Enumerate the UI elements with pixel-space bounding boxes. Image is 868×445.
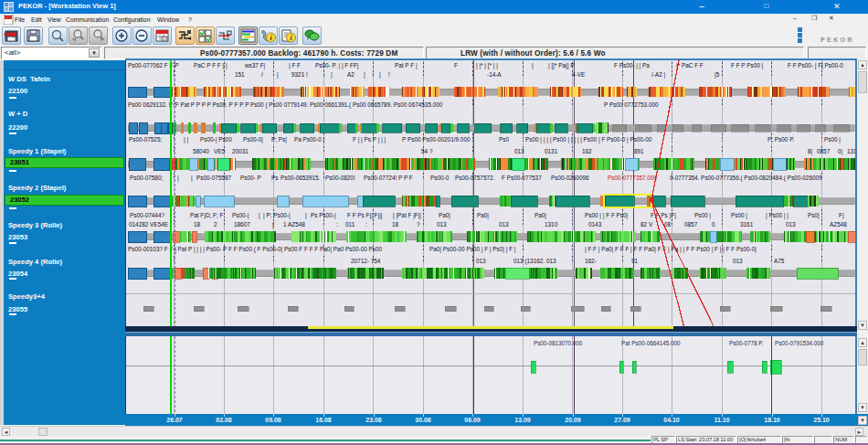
svg-text:Ps00- P: Ps00- P: [240, 175, 261, 181]
svg-text:A2: A2: [347, 71, 355, 78]
svg-text:/: /: [261, 71, 263, 78]
svg-text:Ps00-07525;: Ps00-07525;: [129, 136, 162, 143]
svg-text:1310: 1310: [545, 221, 558, 228]
svg-text:AZ548: AZ548: [830, 221, 847, 228]
svg-text:PEKOR: PEKOR: [820, 37, 854, 43]
svg-text:2: 2: [214, 221, 217, 228]
svg-text:Ps00-07444?: Ps00-07444?: [130, 212, 164, 218]
svg-text:P; Ps00 P.: P; Ps00 P.: [767, 136, 795, 143]
svg-text:Pa0|: Pa0|: [439, 212, 450, 219]
svg-text:Ps00-0791534.000: Ps00-0791534.000: [775, 340, 824, 346]
svg-text:Ps00-0|: Ps00-0|: [243, 136, 263, 143]
svg-text:20031: 20031: [232, 148, 249, 154]
svg-text:4-VE: 4-VE: [572, 71, 585, 78]
svg-text:013: 013: [437, 221, 447, 228]
svg-text::: :: [372, 71, 374, 78]
svg-text:54 ?: 54 ?: [421, 148, 433, 154]
svg-text:|5: |5: [715, 71, 720, 79]
svg-text:013: 013: [514, 148, 524, 154]
svg-text:3161: 3161: [740, 221, 754, 228]
svg-text:| Ps00 | |: | Ps00 | |: [766, 212, 789, 219]
svg-text:P Ps00 0772753.000: P Ps00 0772753.000: [604, 101, 659, 108]
svg-text:013 (13162. 013: 013 (13162. 013: [513, 258, 556, 265]
svg-text:Ps00 |: Ps00 |: [731, 212, 747, 219]
svg-text:891: 891: [634, 148, 644, 154]
svg-text:0857: 0857: [817, 148, 831, 154]
svg-text:Ps00-0778 P.: Ps00-0778 P.: [729, 340, 764, 346]
svg-text:Ps00-0: Ps00-0: [430, 175, 450, 181]
svg-text:18: 18: [194, 221, 201, 228]
svg-text:82 V: 82 V: [640, 221, 653, 228]
svg-text:F|: F|: [839, 212, 844, 219]
svg-text:0131: 0131: [545, 148, 558, 154]
svg-text:Ps00-0653915.: Ps00-0653915.: [281, 175, 321, 181]
svg-text:/-A2 |: /-A2 |: [651, 71, 665, 79]
svg-text:A75: A75: [774, 258, 785, 264]
svg-text:162-: 162-: [585, 258, 597, 264]
svg-text:0143: 0143: [588, 221, 602, 228]
svg-text:Ps00 |: Ps00 |: [824, 136, 841, 143]
svg-text:013: 013: [786, 221, 796, 228]
svg-text:Pa0|: Pa0|: [535, 212, 546, 219]
svg-text:Ps00-0820!: Ps00-0820!: [325, 175, 355, 181]
svg-text:0: 0: [712, 221, 715, 228]
svg-text:08: 08: [664, 221, 672, 228]
svg-text:Ps0: Ps0: [499, 136, 509, 143]
svg-text:PaC P F F | |: PaC P F F | |: [194, 62, 228, 69]
svg-text:Ps0|: Ps0|: [808, 212, 820, 219]
svg-text:8|: 8|: [808, 148, 813, 155]
svg-text:F F Ps00- | F| Ps00-0: F F Ps00- | F| Ps00-0: [788, 62, 843, 69]
svg-text:Pat P F |: Pat P F |: [395, 62, 418, 69]
svg-text:?: ?: [417, 221, 420, 228]
svg-text:P Ps00 Ps00-00201/9.000: P Ps00 Ps00-00201/9.000: [402, 136, 471, 143]
svg-text:Ps00-07724! P P F: Ps00-07724! P P F: [364, 175, 413, 181]
svg-text:F | | Ps P | | |: F | | Ps P | | |: [353, 136, 386, 143]
svg-text:| F F | Pa0| F F F | F F P: | F F | Pa0| F F F | F F Pa0| F F | Pa |…: [585, 246, 757, 253]
svg-text:| |: | |: [184, 136, 188, 143]
svg-text:Ps00 |: Ps00 |: [694, 212, 711, 219]
svg-text:Ps00 | | F F Ps0|: Ps00 | | F F Ps0|: [585, 212, 629, 219]
svg-text:0857: 0857: [684, 221, 698, 228]
svg-text:0|: 0|: [838, 148, 843, 155]
svg-text:Ps00-0777357.000: Ps00-0777357.000: [608, 175, 657, 181]
svg-text:F Ps00- | | Pa: F Ps00- | | Pa: [614, 62, 650, 69]
svg-text:| [|* Pa(| P: | [|* Pa(| P: [548, 62, 575, 69]
svg-text:Ps00-0260096: Ps00-0260096: [551, 175, 589, 181]
svg-text:Pa0| Ps00-00 Ps00 | F |: Pa0| Ps00-00 Ps00 | F | Ps0| | F |: [429, 246, 516, 253]
svg-text:|* PaC F F: |* PaC F F: [676, 62, 704, 69]
svg-text:Pat Ps00-0664145.000: Pat Ps00-0664145.000: [621, 340, 681, 346]
svg-text:014282 VE54E: 014282 VE54E: [129, 221, 168, 228]
svg-text:0-0777354. Ps00-0777356.( Ps0: 0-0777354. Ps00-0777356.( Ps00-0820484.(…: [670, 175, 822, 182]
svg-text:91: 91: [631, 258, 639, 264]
svg-text:ws37 F|: ws37 F|: [244, 62, 266, 69]
svg-text:P; Ps|: P; Ps|: [271, 136, 287, 143]
svg-text:| |Pat F |F||: | |Pat F |F||: [393, 212, 421, 219]
svg-text:F Ps00-077537: F Ps00-077537: [502, 175, 542, 181]
svg-text::: :: [365, 221, 367, 228]
svg-text:F: F: [454, 62, 458, 69]
svg-text:013: 013: [499, 221, 509, 228]
svg-text:Ps00-07580;: Ps00-07580;: [130, 175, 163, 181]
svg-text:Ps00-|: Ps00-|: [232, 212, 249, 219]
svg-text:F F P Ps00 |: F F P Ps00 |: [731, 62, 764, 69]
svg-text:Ps: Ps: [271, 175, 278, 181]
svg-text:| F F: | F F: [289, 62, 301, 69]
svg-text:.: .: [323, 71, 325, 78]
svg-text:58040: 58040: [193, 148, 209, 154]
svg-text:Ps00 | | | | Ps00 | | |: Ps00 | | | | Ps00 | | | | | Ps00 | F Ps0…: [525, 136, 652, 143]
svg-text:Ps00-075587: Ps00-075587: [196, 175, 231, 181]
svg-text:18: 18: [392, 221, 399, 228]
svg-text:013: 013: [476, 258, 486, 264]
svg-text:162: 162: [582, 148, 592, 154]
svg-text:F F Ps F|| F|||: F F Ps F|| F|||: [347, 212, 383, 219]
svg-text:20712- 754: 20712- 754: [351, 258, 381, 264]
svg-text:VE5: VE5: [214, 148, 226, 154]
svg-text:9321 !: 9321 !: [291, 71, 308, 78]
svg-text:Ps00- P. | | F FF|: Ps00- P. | | F FF|: [315, 62, 359, 69]
svg-text:Ps00-0757572.: Ps00-0757572.: [455, 175, 495, 181]
svg-text:011: 011: [345, 221, 355, 228]
svg-text:Ps00-| Ps00: Ps00-| Ps00: [200, 136, 232, 143]
svg-text:-14-A: -14-A: [487, 71, 502, 78]
svg-text:!: !: [388, 71, 390, 78]
svg-text:| |* | [* | |: | |* | [* | |: [476, 62, 498, 69]
